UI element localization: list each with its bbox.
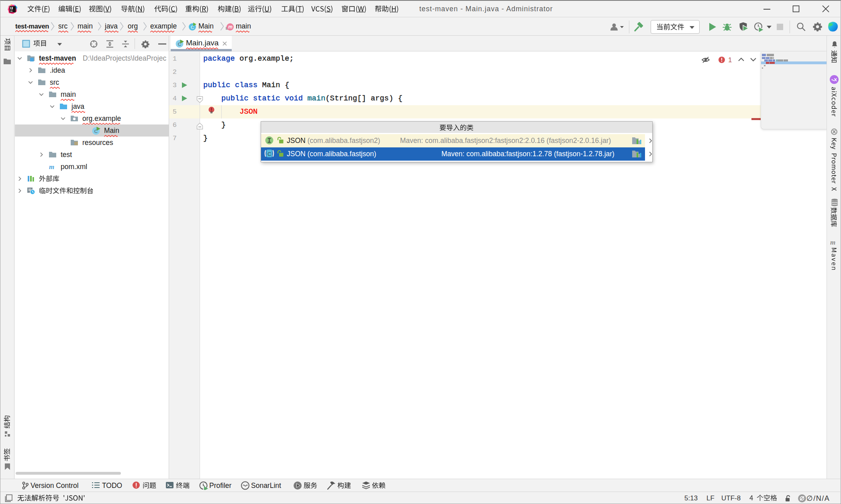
svg-text:m: m [830,239,835,246]
svg-text:C: C [267,151,271,157]
svg-text:m: m [228,24,233,30]
svg-text:m: m [49,163,54,171]
